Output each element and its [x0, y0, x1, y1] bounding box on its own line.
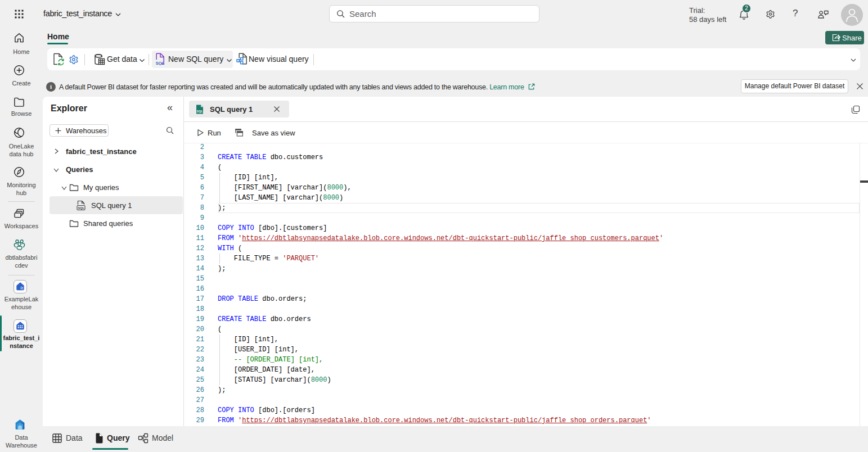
svg-text:SQL: SQL — [78, 206, 85, 210]
svg-text:SQL: SQL — [197, 110, 204, 113]
svg-text:SQL: SQL — [156, 61, 165, 65]
